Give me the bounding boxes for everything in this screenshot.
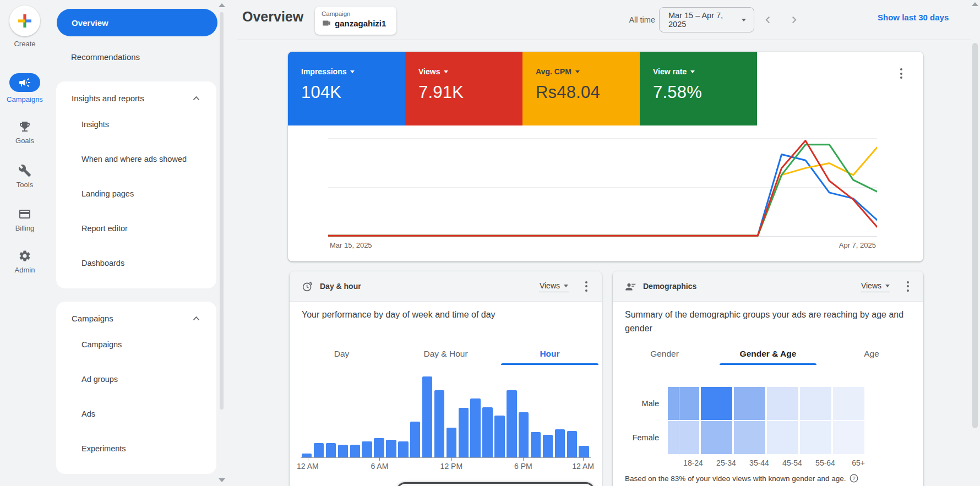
- help-icon[interactable]: ?: [850, 474, 858, 483]
- tab-hour[interactable]: Hour: [498, 343, 602, 365]
- nav-scrollbar[interactable]: [220, 12, 224, 409]
- sidebar-item-admin[interactable]: Admin: [0, 249, 50, 274]
- demographics-subtitle: Summary of the demographic groups your a…: [625, 308, 911, 335]
- scorecard-value: 7.58%: [653, 83, 757, 102]
- nav-item-ad-groups[interactable]: Ad groups: [56, 362, 216, 397]
- sidebar-item-tools[interactable]: Tools: [0, 164, 50, 189]
- demographics-footnote: Based on the 83% of your video views wit…: [625, 474, 858, 483]
- x-tick-mark: [379, 457, 380, 461]
- next-period-button[interactable]: [786, 12, 802, 28]
- page-scroll-up-icon[interactable]: [972, 2, 978, 6]
- nav-scroll-down-icon[interactable]: [219, 478, 225, 482]
- heatmap-col-label: 55-64: [809, 458, 842, 467]
- hour-bars: [302, 376, 589, 457]
- heatmap-row-label: Male: [625, 399, 668, 408]
- previous-period-button[interactable]: [760, 12, 776, 28]
- campaigns-pill[interactable]: [9, 73, 40, 92]
- heatmap-row-label: Female: [625, 433, 668, 442]
- day-hour-subtitle: Your performance by day of week and time…: [302, 308, 496, 321]
- hour-bar-8: [398, 441, 408, 457]
- nav-item-insights[interactable]: Insights: [56, 107, 216, 142]
- nav-item-ads[interactable]: Ads: [56, 397, 216, 432]
- chevron-up-icon: [193, 316, 200, 321]
- hour-bar-23: [579, 446, 589, 457]
- nav-item-report-editor[interactable]: Report editor: [56, 211, 216, 246]
- heatmap-col-label: 35-44: [743, 458, 776, 467]
- hour-bar-12: [447, 428, 456, 457]
- sidebar-item-billing[interactable]: Billing: [0, 207, 50, 232]
- hour-bar-20: [543, 435, 553, 457]
- nav-item-experiments[interactable]: Experiments: [56, 432, 216, 466]
- nav-section-header[interactable]: Campaigns: [56, 308, 216, 327]
- line-series-impressions: [328, 155, 877, 236]
- heatmap-cell-female-18-24: [668, 421, 699, 454]
- day-hour-metric-selector[interactable]: Views: [539, 280, 569, 292]
- gear-icon: [18, 249, 31, 263]
- scorecard-views[interactable]: Views7.91K: [405, 52, 522, 125]
- nav-item-overview-active[interactable]: Overview: [57, 9, 217, 36]
- scorecard-metric-label: Avg. CPM: [536, 67, 571, 76]
- demographics-title: Demographics: [643, 282, 696, 291]
- nav-scroll-up-icon[interactable]: [219, 3, 225, 7]
- heatmap-col-label: 18-24: [677, 458, 710, 467]
- nav-item-campaigns[interactable]: Campaigns: [56, 327, 216, 362]
- tab-day-hour[interactable]: Day & Hour: [394, 343, 498, 365]
- line-series-avg-cpm: [328, 148, 877, 236]
- hour-bar-22: [567, 431, 577, 458]
- chevron-down-icon: [564, 285, 568, 287]
- heatmap-cell-female-55-64: [800, 421, 831, 454]
- tab-gender[interactable]: Gender: [613, 343, 716, 365]
- nav-item-recommendations[interactable]: Recommendations: [71, 52, 140, 62]
- demographics-people-icon: [625, 281, 636, 292]
- page-scrollbar[interactable]: [972, 43, 978, 428]
- scorecard-view-rate[interactable]: View rate7.58%: [640, 52, 757, 125]
- svg-text:?: ?: [852, 476, 855, 481]
- x-tick-label: 12 PM: [429, 462, 473, 471]
- rail-label-admin: Admin: [15, 266, 35, 274]
- hour-bar-14: [470, 398, 480, 457]
- sidebar-item-campaigns[interactable]: Campaigns: [0, 73, 50, 103]
- hour-bar-11: [434, 390, 444, 457]
- nav-section-header[interactable]: Insights and reports: [56, 88, 216, 107]
- google-ads-overview-page: Create Campaigns Goals Tools: [0, 0, 980, 486]
- tab-age[interactable]: Age: [820, 343, 923, 365]
- secondary-nav: Overview Recommendations Insights and re…: [50, 0, 217, 486]
- date-range-selector[interactable]: Mar 15 – Apr 7, 2025: [659, 7, 754, 32]
- sidebar-item-goals[interactable]: Goals: [0, 120, 50, 145]
- nav-item-landing-pages[interactable]: Landing pages: [56, 177, 216, 211]
- x-tick-label: 12 AM: [561, 462, 605, 471]
- trophy-icon: [18, 120, 31, 133]
- card-menu-button[interactable]: [905, 279, 911, 294]
- heatmap-cell-male-65+: [833, 387, 864, 420]
- heatmap-col-label: 45-54: [776, 458, 809, 467]
- scorecard-impressions[interactable]: Impressions104K: [288, 52, 405, 125]
- campaign-name: ganzagahizi1: [335, 19, 386, 28]
- nav-section-items: InsightsWhen and where ads showedLanding…: [56, 107, 216, 281]
- scorecard-metric-label: Impressions: [301, 67, 346, 76]
- clock-icon: [302, 281, 313, 292]
- demographics-metric-selector[interactable]: Views: [861, 280, 890, 292]
- nav-item-when-and-where-ads-showed[interactable]: When and where ads showed: [56, 142, 216, 177]
- tab-day[interactable]: Day: [290, 343, 394, 365]
- hour-bar-2: [326, 443, 336, 458]
- show-last-30-days-link[interactable]: Show last 30 days: [878, 13, 949, 22]
- demographics-tabs: GenderGender & AgeAge: [613, 343, 923, 365]
- card-menu-button[interactable]: [898, 66, 905, 81]
- chevron-down-icon: [690, 70, 695, 73]
- create-button[interactable]: Create: [0, 6, 50, 48]
- x-tick-mark: [583, 457, 584, 461]
- create-plus-icon[interactable]: [9, 6, 40, 36]
- card-menu-button[interactable]: [583, 279, 590, 294]
- campaign-chip[interactable]: Campaign ganzagahizi1: [315, 7, 396, 35]
- heatmap-cell-female-65+: [833, 421, 864, 454]
- tab-gender-age[interactable]: Gender & Age: [716, 343, 820, 365]
- x-axis-end-label: Apr 7, 2025: [839, 241, 876, 249]
- tools-icon: [18, 164, 31, 177]
- google-plus-icon: [17, 13, 33, 29]
- scorecard-value: Rs48.04: [536, 83, 640, 102]
- nav-section-campaigns: Campaigns CampaignsAd groupsAdsExperimen…: [56, 302, 216, 474]
- heatmap-cell-male-35-44: [734, 387, 765, 420]
- scorecard-avg-cpm[interactable]: Avg. CPMRs48.04: [522, 52, 640, 125]
- nav-item-dashboards[interactable]: Dashboards: [56, 246, 216, 281]
- metric-selector-value: Views: [861, 281, 881, 290]
